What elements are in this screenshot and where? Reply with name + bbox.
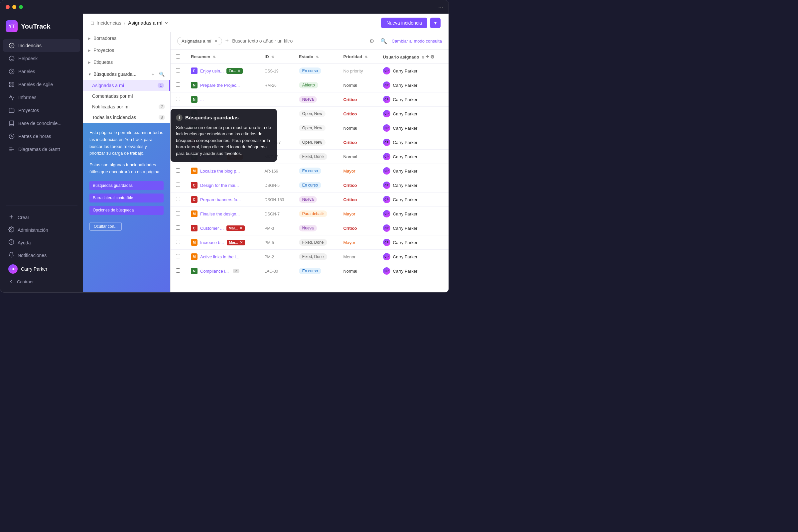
new-issue-button[interactable]: Nueva incidencia (381, 18, 427, 28)
row-assignee-cell: CP Carry Parker (378, 150, 449, 164)
issue-title[interactable]: Prepare the Projec... (200, 83, 240, 88)
tag-remove-icon[interactable]: ✕ (238, 69, 241, 73)
row-checkbox[interactable] (176, 68, 180, 73)
saved-item-1[interactable]: Comentadas por mí (83, 91, 170, 101)
sidebar-item-paneles[interactable]: Paneles (3, 65, 80, 78)
select-all-checkbox[interactable] (176, 54, 180, 58)
row-assignee-cell: CP Carry Parker (378, 121, 449, 135)
chip-opciones[interactable]: Opciones de búsqueda (90, 206, 164, 215)
filter-tag-remove[interactable]: ✕ (214, 39, 218, 43)
issue-id[interactable]: DSGN-5 (265, 183, 280, 188)
issue-title[interactable]: Customer ... (200, 226, 224, 231)
chip-busquedas[interactable]: Búsquedas guardadas (90, 181, 164, 190)
chip-barra[interactable]: Barra lateral contraíble (90, 193, 164, 203)
titlebar-menu[interactable]: ··· (438, 4, 443, 11)
issue-title[interactable]: ... (200, 97, 204, 102)
sidebar-item-paneles-agile[interactable]: Paneles de Agile (3, 78, 80, 91)
row-checkbox[interactable] (176, 183, 180, 187)
issue-title[interactable]: Localize the blog p... (200, 169, 240, 174)
row-checkbox[interactable] (176, 240, 180, 244)
issue-id[interactable]: PM-2 (265, 255, 274, 259)
left-panel-proyectos[interactable]: ▶ Proyectos (83, 44, 170, 56)
issue-id[interactable]: CSS-19 (265, 69, 279, 74)
sidebar-item-helpdesk[interactable]: Helpdesk (3, 52, 80, 65)
issue-tag[interactable]: Mar... ✕ (226, 225, 245, 231)
add-saved-search-button[interactable]: + (150, 71, 156, 77)
row-checkbox[interactable] (176, 97, 180, 101)
main-area: Asignadas a mí ✕ + ⚙ 🔍 Cambiar al modo c… (171, 32, 449, 292)
left-panel-etiquetas[interactable]: ▶ Etiquetas (83, 56, 170, 68)
col-estado[interactable]: Estado ⇅ (293, 50, 338, 64)
col-resumen[interactable]: Resumen ⇅ (186, 50, 259, 64)
sidebar-item-incidencias[interactable]: Incidencias (3, 39, 80, 52)
col-id[interactable]: ID ⇅ (259, 50, 293, 64)
sidebar-item-partes[interactable]: Partes de horas (3, 130, 80, 142)
query-mode-link[interactable]: Cambiar al modo consulta (392, 39, 442, 43)
sidebar-item-informes[interactable]: Informes (3, 91, 80, 104)
issue-title[interactable]: Design for the mai... (200, 183, 239, 188)
row-assignee-cell: CP Carry Parker (378, 192, 449, 207)
issue-title[interactable]: Finalise the design... (200, 211, 240, 216)
issue-tag[interactable]: Mar... ✕ (227, 240, 245, 245)
row-checkbox[interactable] (176, 82, 180, 87)
sidebar-item-crear[interactable]: Crear (3, 211, 80, 224)
row-status-cell: Open, New (293, 107, 338, 121)
issue-tag[interactable]: Fo... ✕ (226, 68, 243, 74)
row-checkbox[interactable] (176, 211, 180, 215)
filter-magic-icon[interactable]: ⚙ (367, 36, 376, 45)
chevron-right-icon: ▶ (88, 60, 91, 64)
tag-remove-icon[interactable]: ✕ (240, 226, 242, 230)
issue-title[interactable]: Enjoy usin... (200, 69, 224, 74)
breadcrumb-parent[interactable]: Incidencias (96, 20, 121, 25)
priority-value: Crítico (343, 226, 357, 231)
filter-search-input[interactable] (232, 38, 364, 43)
left-panel-borradores[interactable]: ▶ Borradores (83, 32, 170, 44)
saved-item-2[interactable]: Notificadas por mí2 (83, 101, 170, 112)
issue-title[interactable]: Active links in the i... (200, 254, 240, 259)
minimize-button[interactable] (12, 5, 16, 9)
sidebar-item-notif[interactable]: Notificaciones (3, 249, 80, 261)
filter-search-icon[interactable]: 🔍 (379, 36, 388, 45)
row-checkbox[interactable] (176, 197, 180, 201)
breadcrumb-current[interactable]: Asignadas a mí (128, 20, 168, 25)
tag-remove-icon[interactable]: ✕ (240, 241, 243, 245)
sidebar-item-base[interactable]: Base de conocimie... (3, 117, 80, 130)
close-button[interactable] (6, 5, 10, 9)
collapse-sidebar-button[interactable]: Contraer (3, 276, 80, 287)
issue-title[interactable]: Increase b... (200, 240, 224, 245)
issue-id[interactable]: PM-3 (265, 226, 274, 231)
row-type-badge: C (191, 196, 197, 203)
assignee-avatar: CP (383, 125, 391, 132)
hide-button[interactable]: Ocultar con... (90, 222, 122, 231)
issue-id[interactable]: DSGN-153 (265, 197, 284, 202)
filter-add-button[interactable]: + (225, 38, 229, 44)
saved-item-0[interactable]: Asignadas a mí1 (83, 80, 170, 91)
issue-id[interactable]: LAC-30 (265, 269, 278, 274)
issue-id[interactable]: RM-26 (265, 83, 277, 88)
saved-item-3[interactable]: Todas las incidencias8 (83, 112, 170, 123)
sidebar-item-ayuda[interactable]: Ayuda (3, 236, 80, 249)
row-checkbox[interactable] (176, 168, 180, 173)
issue-title[interactable]: Prepare banners fo... (200, 197, 241, 202)
maximize-button[interactable] (19, 5, 23, 9)
row-checkbox[interactable] (176, 268, 180, 273)
check-circle-icon (8, 42, 15, 49)
row-checkbox[interactable] (176, 254, 180, 258)
issue-title[interactable]: Compliance l... (200, 269, 229, 274)
saved-searches-header[interactable]: ▼ Búsquedas guarda... + 🔍 (83, 68, 170, 80)
user-profile[interactable]: CP Carry Parker (3, 262, 80, 276)
sidebar-item-diagramas[interactable]: Diagramas de Gantt (3, 143, 80, 156)
sidebar-item-admin[interactable]: Administración (3, 224, 80, 236)
issue-id[interactable]: AR-166 (265, 169, 278, 174)
col-prioridad[interactable]: Prioridad ⇅ (338, 50, 377, 64)
row-checkbox[interactable] (176, 225, 180, 230)
column-settings-button[interactable]: ⚙ (430, 54, 435, 59)
new-issue-dropdown-button[interactable]: ▾ (430, 18, 440, 28)
col-usuario[interactable]: Usuario asignado ⇅ + ⚙ (378, 50, 449, 64)
issue-id[interactable]: PM-5 (265, 241, 274, 245)
issue-id[interactable]: DSGN-7 (265, 212, 280, 216)
filter-tag-asignadas[interactable]: Asignadas a mí ✕ (177, 37, 222, 45)
sidebar-item-proyectos[interactable]: Proyectos (3, 104, 80, 117)
add-column-button[interactable]: + (425, 53, 429, 60)
search-saved-search-button[interactable]: 🔍 (158, 71, 165, 77)
